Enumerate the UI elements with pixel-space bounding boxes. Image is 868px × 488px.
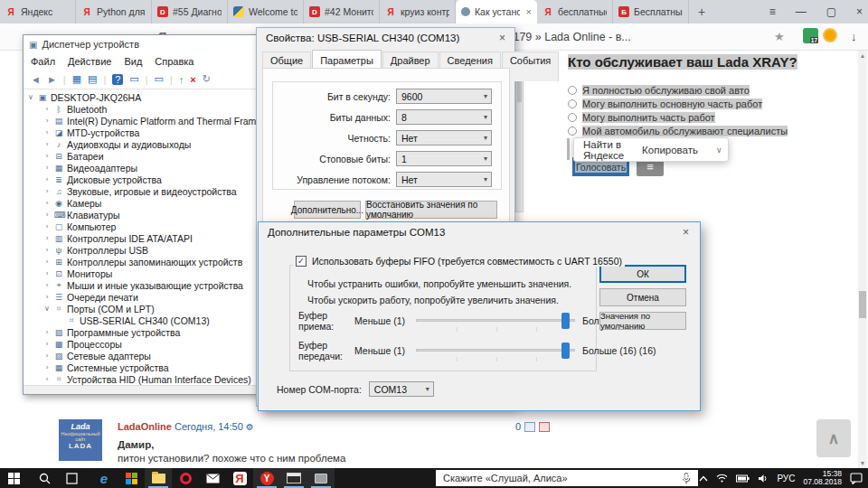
taskbar-yandex[interactable]: Я [226,468,253,488]
people-icon[interactable] [679,474,691,483]
expander-icon[interactable]: › [43,234,51,242]
tree-item[interactable]: ›▩Процессоры [24,338,264,350]
tree-item[interactable]: ›ψКонтроллеры USB [24,244,264,256]
poll-option[interactable]: Могу выполнить часть работ [568,112,715,123]
taskbar-mail[interactable] [199,468,226,488]
tree-item[interactable]: ›▧Программные устройства [24,326,264,338]
expander-icon[interactable]: › [43,222,51,230]
fifo-checkbox-row[interactable]: ✓ Использовать буферы FIFO (требуется со… [293,256,625,267]
tree-item[interactable]: ›♫Звуковые, игровые и видеоустройства [24,185,264,197]
task-view-button[interactable] [58,468,85,488]
download-icon[interactable]: ↓ [851,30,857,43]
expander-icon[interactable]: › [43,352,51,360]
scrollbar-thumb[interactable] [859,291,866,318]
poll-option[interactable]: Мой автомобиль обслуживают специалисты [568,126,788,136]
window-maximize-button[interactable]: ▢ [826,5,836,18]
expander-icon[interactable]: › [43,340,51,348]
tree-item[interactable]: ›ᛒBluetooth [24,103,264,115]
transmit-buffer-slider[interactable] [416,349,575,352]
tree-item-ports[interactable]: ∨⌗Порты (COM и LPT) [24,303,264,314]
scroll-down-icon[interactable]: ▼ [859,460,866,466]
tree-item[interactable]: ›♪Аудиовходы и аудиовыходы [24,138,264,150]
taskbar-opera[interactable] [172,468,199,488]
slider-thumb[interactable] [561,313,570,329]
uninstall-device-icon[interactable]: × [190,74,195,85]
tree-item[interactable]: ›⊡Мониторы [24,267,264,279]
tab-python-article[interactable]: ЯPython для ло [76,0,152,23]
expander-icon[interactable]: › [43,246,51,254]
expander-icon[interactable]: ∨ [43,305,51,313]
find-in-yandex-button[interactable]: Найти в Яндексе [574,139,633,161]
taskbar-edge[interactable]: e [90,468,118,488]
gear-icon[interactable]: ⚙ [246,422,254,432]
radio-icon[interactable] [568,127,577,136]
tree-item[interactable]: ›⌖Мыши и иные указывающие устройства [24,279,264,291]
parity-select[interactable]: Нет▾ [396,130,492,145]
tab-drive2-42[interactable]: D#42 Монитор [304,0,380,23]
data-bits-select[interactable]: 8▾ [396,109,492,125]
tree-item[interactable]: ›⌨Клавиатуры [24,209,264,221]
tab-cruise-control[interactable]: Якруиз контро [380,0,456,23]
expander-icon[interactable]: ∨ [27,93,34,101]
radio-icon[interactable] [568,86,577,95]
taskbar-yandex-browser[interactable]: Y [253,468,280,488]
expander-icon[interactable]: › [43,211,51,219]
menu-help[interactable]: Справка [155,56,193,67]
poll-option[interactable]: Могу выполнить основную часть работ [568,99,762,109]
start-button[interactable] [0,468,27,488]
tree-item[interactable]: ›▨Сетевые адаптеры [24,350,264,361]
back-icon[interactable]: ◄ [31,74,41,85]
menu-file[interactable]: Файл [31,56,55,67]
expander-icon[interactable]: › [43,140,51,148]
new-tab-button[interactable]: + [689,0,714,23]
expander-icon[interactable]: › [43,269,51,277]
tab-welcome-python[interactable]: Welcome to P [228,0,304,23]
expander-icon[interactable]: › [43,328,51,336]
tree-item[interactable]: ›⊟Батареи [24,150,264,162]
expander-icon[interactable]: › [43,164,51,172]
expander-icon[interactable]: › [43,281,51,289]
update-driver-icon[interactable]: ↑ [179,74,184,85]
close-icon[interactable]: × [499,32,505,44]
taskbar-store[interactable] [118,468,145,488]
restore-defaults-button[interactable]: Восстановить значения по умолчанию [365,201,497,219]
expander-icon[interactable]: › [43,117,51,125]
scrollbar-thumb[interactable] [517,79,522,102]
expander-icon[interactable]: › [43,375,51,383]
browser-menu-icon[interactable]: ≡ [769,5,776,18]
tree-item[interactable]: ›▤Intel(R) Dynamic Platform and Thermal … [24,115,264,127]
scroll-up-icon[interactable]: ▲ [859,52,866,59]
scroll-to-top-button[interactable]: ∧ [816,419,851,457]
tab-free-archive[interactable]: ББесплатный а [613,0,689,23]
tab-drive2-55[interactable]: D#55 Диагности [152,0,228,23]
expander-icon[interactable]: › [43,199,51,207]
chevron-down-icon[interactable]: ∨ [707,145,731,155]
adblock-extension-icon[interactable]: 17 [803,28,818,43]
rate-down-icon[interactable] [539,422,550,432]
speaker-icon[interactable] [758,474,769,483]
tree-item[interactable]: ›⌗Устройства HID (Human Interface Device… [24,373,264,385]
tree-item[interactable]: ›▦Видеоадаптеры [24,162,264,174]
monitor-icon[interactable]: ▭ [155,73,164,85]
window-close-button[interactable]: × [856,5,863,18]
tab-events[interactable]: События [502,52,559,81]
taskbar-search-button[interactable] [31,468,58,488]
action-center-icon[interactable] [850,473,863,484]
tree-item-computer[interactable]: ∨▣DESKTOP-JKQ26HA [24,91,264,103]
tab-active-how-to-install[interactable]: Как устано× [456,0,537,23]
tab-close-icon[interactable]: × [524,6,532,17]
device-manager-titlebar[interactable]: ▣ Диспетчер устройств [24,35,264,53]
tree-item[interactable]: ›▥Контроллеры IDE ATA/ATAPI [24,232,264,244]
expander-icon[interactable]: › [43,128,51,136]
dialog-titlebar[interactable]: Дополнительные параметры COM13 [259,222,700,242]
checkbox-checked-icon[interactable]: ✓ [296,256,307,267]
defaults-button[interactable]: Значения по умолчанию [599,312,686,330]
tree-item[interactable]: ›◪MTD-устройства [24,127,264,138]
dialog-titlebar[interactable]: Свойства: USB-SERIAL CH340 (COM13) [257,28,514,48]
show-icon[interactable]: ▦ [72,73,81,85]
receive-buffer-slider[interactable] [416,319,575,322]
clock[interactable]: 15:38 07.08.2018 [803,470,842,486]
battery-icon[interactable] [736,474,750,483]
taskbar-device-manager[interactable] [307,468,335,488]
hidden-panel-scrollbar[interactable] [515,74,524,212]
